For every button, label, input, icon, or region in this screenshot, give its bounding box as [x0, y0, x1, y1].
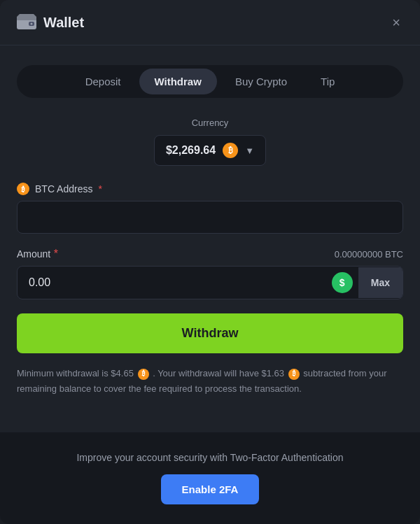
currency-section: Currency $2,269.64 ₿ ▼ [17, 118, 403, 166]
btc-balance: 0.00000000 BTC [335, 249, 403, 260]
amount-label: Amount [17, 248, 50, 260]
amount-required: * [54, 248, 58, 260]
modal-header: Wallet × [0, 0, 420, 45]
btc-address-text: BTC Address [35, 183, 92, 194]
dollar-icon: $ [332, 272, 353, 293]
wallet-modal: Wallet × Deposit Withdraw Buy Crypto Tip… [0, 0, 420, 524]
withdraw-button[interactable]: Withdraw [17, 313, 403, 353]
close-button[interactable]: × [389, 13, 403, 32]
svg-rect-1 [17, 17, 36, 20]
currency-value: $2,269.64 [166, 144, 216, 157]
amount-label-wrapper: Amount * [17, 248, 58, 260]
info-text-part2: . Your withdrawal will have $1.63 [153, 368, 284, 378]
btc-address-required: * [98, 183, 102, 194]
wallet-icon [17, 14, 36, 31]
btc-address-label: ₿ BTC Address * [17, 183, 403, 195]
enable-2fa-button[interactable]: Enable 2FA [161, 474, 260, 504]
currency-label: Currency [17, 118, 403, 128]
tab-withdraw[interactable]: Withdraw [139, 69, 217, 94]
tab-buy-crypto[interactable]: Buy Crypto [220, 69, 302, 94]
max-button[interactable]: Max [358, 267, 402, 298]
header-left: Wallet [17, 14, 84, 31]
tab-deposit[interactable]: Deposit [70, 69, 136, 94]
btc-address-input[interactable] [17, 201, 403, 234]
chevron-down-icon: ▼ [245, 146, 254, 156]
btc-label-icon: ₿ [17, 183, 29, 195]
amount-header: Amount * 0.00000000 BTC [17, 248, 403, 260]
info-text: Minimum withdrawal is $4.65 ₿ . Your wit… [17, 366, 403, 397]
footer-text: Improve your account security with Two-F… [17, 452, 403, 463]
svg-point-3 [31, 23, 33, 25]
modal-body: Deposit Withdraw Buy Crypto Tip Currency… [0, 45, 420, 432]
tab-bar: Deposit Withdraw Buy Crypto Tip [17, 65, 403, 98]
info-text-part1: Minimum withdrawal is $4.65 [17, 368, 134, 378]
btc-address-section: ₿ BTC Address * [17, 183, 403, 234]
footer-section: Improve your account security with Two-F… [0, 432, 420, 524]
tab-tip[interactable]: Tip [305, 69, 350, 94]
modal-title: Wallet [43, 15, 84, 31]
amount-input-wrapper: $ Max [17, 266, 403, 299]
btc-info-icon-2: ₿ [288, 369, 300, 380]
amount-input[interactable] [18, 267, 326, 299]
btc-info-icon-1: ₿ [138, 369, 149, 380]
amount-section: Amount * 0.00000000 BTC $ Max [17, 248, 403, 299]
btc-currency-icon: ₿ [223, 143, 238, 158]
currency-selector[interactable]: $2,269.64 ₿ ▼ [154, 135, 266, 166]
